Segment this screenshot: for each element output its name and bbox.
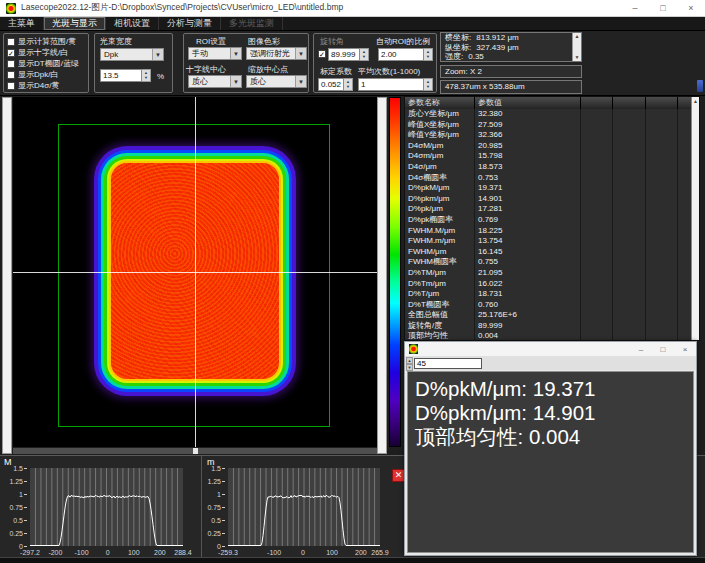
spinner-buttons[interactable]: ▲▼ — [360, 48, 369, 61]
overlay-number-input[interactable]: 45 — [414, 358, 482, 369]
table-row[interactable]: D%pk椭圆率0.769 — [405, 215, 699, 226]
beam-width-percent-value[interactable]: 13.5 — [100, 69, 142, 82]
checkbox[interactable] — [7, 38, 15, 46]
table-scrollbar[interactable]: ▲ — [691, 97, 699, 340]
param-value-cell: 18.225 — [475, 226, 581, 237]
header-param-value[interactable]: 参数值 — [475, 97, 581, 109]
spinner-buttons[interactable]: ▲▼ — [344, 78, 353, 91]
left-vertical-scrollbar[interactable] — [2, 97, 12, 454]
roi-mode-select[interactable]: 手动 ▼ — [188, 47, 242, 60]
tab-spot-display[interactable]: 光斑与显示 — [44, 17, 106, 30]
table-row[interactable]: D4σM/μm20.985 — [405, 141, 699, 152]
dock-icon[interactable] — [697, 80, 703, 92]
close-button[interactable]: × — [677, 0, 705, 16]
table-row[interactable]: D%Tm/μm16.022 — [405, 279, 699, 290]
scroll-up-icon[interactable]: ▲ — [573, 33, 581, 40]
empty-cell — [581, 194, 613, 205]
calibration-factor-input[interactable]: 0.052 ▲▼ — [318, 78, 353, 91]
zoom-center-select[interactable]: 质心 ▼ — [246, 75, 307, 88]
table-row[interactable]: 旋转角/度89.999 — [405, 321, 699, 332]
scroll-down-icon[interactable]: ▼ — [573, 54, 581, 61]
display-option-3[interactable]: 显示Dpk/白 — [4, 69, 88, 80]
table-row[interactable]: 质心Y坐标/μm32.380 — [405, 109, 699, 120]
result-overlay-window[interactable]: – □ × ▲▼ 45 D%pkM/μm: 19.371D%pkm/μm: 14… — [404, 341, 697, 556]
table-row[interactable]: D%T椭圆率0.760 — [405, 300, 699, 311]
beam-width-mode-select[interactable]: Dpk ▼ — [100, 48, 164, 61]
empty-cell — [613, 151, 646, 162]
table-row[interactable]: D%pkM/μm19.371 — [405, 183, 699, 194]
table-row[interactable]: FWHM.M/μm18.225 — [405, 226, 699, 237]
checkbox[interactable] — [7, 71, 15, 79]
table-row[interactable]: D4σ椭圆率0.753 — [405, 173, 699, 184]
header-param-name[interactable]: 参数名称 — [405, 97, 475, 109]
crosshair-center-select[interactable]: 质心 ▼ — [188, 75, 242, 88]
overlay-title-bar[interactable]: – □ × — [405, 342, 696, 356]
average-count-input[interactable]: 1 ▲▼ — [358, 78, 433, 91]
rotation-checkbox[interactable]: ✓ — [318, 50, 326, 58]
overlay-line: D%pkM/μm: 19.371 — [415, 377, 686, 401]
table-row[interactable]: 全图总幅值25.176E+6 — [405, 310, 699, 321]
percent-unit-label: % — [157, 72, 164, 81]
plot-canvas[interactable] — [30, 468, 183, 546]
right-vertical-scrollbar[interactable] — [377, 97, 387, 454]
maximize-button[interactable]: □ — [649, 0, 677, 16]
overlay-line: 顶部均匀性: 0.004 — [415, 425, 686, 449]
spinner-buttons[interactable]: ▲▼ — [424, 48, 433, 61]
auto-roi-ratio-input[interactable]: 2.00 ▲▼ — [378, 48, 433, 61]
empty-cell — [613, 109, 646, 120]
param-name-cell: 全图总幅值 — [405, 310, 475, 321]
table-row[interactable]: FWHM/μm16.145 — [405, 247, 699, 258]
minimize-button[interactable]: – — [621, 0, 649, 16]
table-row[interactable]: D4σm/μm15.798 — [405, 151, 699, 162]
table-row[interactable]: 峰值Y坐标/μm32.366 — [405, 130, 699, 141]
table-row[interactable]: FWHM椭圆率0.755 — [405, 257, 699, 268]
tab-main-menu[interactable]: 主菜单 — [0, 17, 44, 30]
table-row[interactable]: 峰值X坐标/μm27.509 — [405, 120, 699, 131]
overlay-spinner[interactable]: ▲▼ — [406, 357, 413, 369]
table-row[interactable]: D%pkm/μm14.901 — [405, 194, 699, 205]
plot-canvas[interactable] — [228, 468, 380, 546]
empty-cell — [581, 289, 613, 300]
tab-camera-settings[interactable]: 相机设置 — [106, 17, 159, 30]
window-bottom-border — [0, 557, 705, 563]
readout-scrollbar[interactable]: ▲ ▼ — [572, 33, 581, 61]
beam-image-canvas[interactable] — [13, 97, 377, 447]
empty-cell — [646, 268, 678, 279]
image-color-select[interactable]: 强调衍射光 ▼ — [246, 47, 307, 60]
average-count-value[interactable]: 1 — [358, 78, 424, 91]
rotation-angle-input[interactable]: 89.999 ▲▼ — [328, 48, 369, 61]
app-icon — [409, 344, 418, 354]
checkbox[interactable]: ✓ — [7, 49, 15, 57]
calibration-factor-value[interactable]: 0.052 — [318, 78, 344, 91]
beam-width-percent-input[interactable]: 13.5 ▲▼ — [100, 69, 151, 82]
auto-roi-ratio-value[interactable]: 2.00 — [378, 48, 424, 61]
scrollbar-thumb[interactable] — [193, 448, 198, 454]
display-option-2[interactable]: 显示DT椭圆/蓝绿 — [4, 58, 88, 69]
overlay-close-button[interactable]: × — [674, 345, 696, 354]
table-row[interactable]: D4σ/μm18.573 — [405, 162, 699, 173]
rotation-angle-value[interactable]: 89.999 — [328, 48, 360, 61]
empty-cell — [581, 130, 613, 141]
zoom-center-value: 质心 — [247, 76, 295, 87]
tab-analysis-measurement[interactable]: 分析与测量 — [159, 17, 221, 30]
table-row[interactable]: D%pk/μm17.281 — [405, 204, 699, 215]
table-row[interactable]: D%T/μm18.731 — [405, 289, 699, 300]
overlay-minimize-button[interactable]: – — [630, 345, 652, 354]
overlay-maximize-button[interactable]: □ — [652, 345, 674, 354]
display-option-0[interactable]: 显示计算范围/黄 — [4, 36, 88, 47]
display-option-1[interactable]: ✓显示十字线/白 — [4, 47, 88, 58]
horizontal-scrollbar[interactable] — [13, 448, 377, 454]
parameter-table: 参数名称 参数值 质心Y坐标/μm32.380峰值X坐标/μm27.509峰值Y… — [404, 96, 700, 341]
empty-cell — [678, 289, 691, 300]
spinner-buttons[interactable]: ▲▼ — [142, 69, 151, 82]
checkbox[interactable] — [7, 60, 15, 68]
param-name-cell: D%pkM/μm — [405, 183, 475, 194]
checkbox[interactable] — [7, 82, 15, 90]
display-option-4[interactable]: 显示D4σ/黄 — [4, 80, 88, 91]
chevron-down-icon: ▼ — [295, 76, 306, 87]
table-row[interactable]: FWHM.m/μm13.754 — [405, 236, 699, 247]
empty-cell — [581, 321, 613, 332]
spinner-buttons[interactable]: ▲▼ — [424, 78, 433, 91]
table-row[interactable]: D%TM/μm21.095 — [405, 268, 699, 279]
empty-cell — [678, 120, 691, 131]
